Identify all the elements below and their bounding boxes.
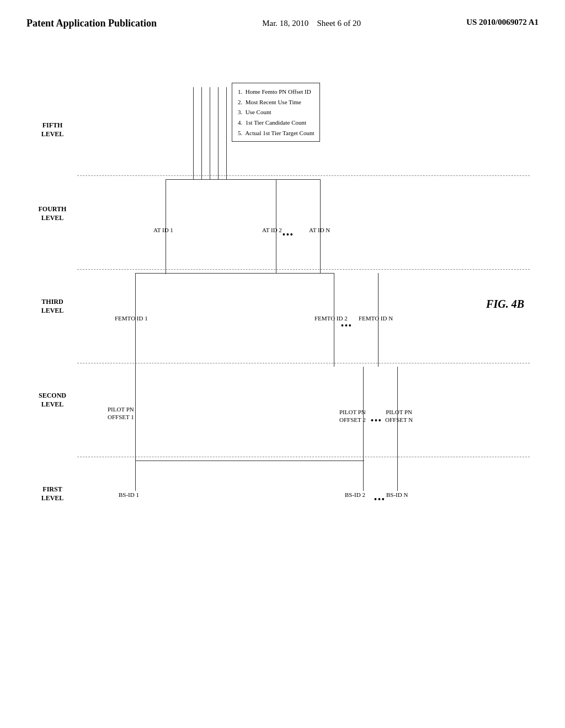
bs-id-n-vline [397, 461, 398, 491]
at-id-2-vline [276, 179, 276, 273]
bs-id-n-label: BS-ID N [386, 491, 408, 499]
at-id-1-label: AT ID 1 [153, 226, 173, 234]
label-fourth-level: FOURTHLEVEL [33, 205, 72, 222]
field-line-5 [226, 87, 227, 180]
sheet-info: Mar. 18, 2010 Sheet 6 of 20 [262, 18, 361, 29]
hline-3-2 [77, 363, 530, 363]
pilot-pn-n-vline [397, 367, 398, 461]
at-dots: ••• [282, 231, 294, 239]
femto-id-n-label: FEMTO ID N [359, 314, 393, 322]
legend-item-2: 2. Most Recent Use Time [238, 97, 314, 108]
page-header: Patent Application Publication Mar. 18, … [0, 0, 565, 29]
bs-id-1-label: BS-ID 1 [119, 491, 139, 499]
pilot-pn-dots: ••• [371, 416, 382, 425]
femto-h-connect [135, 273, 334, 274]
label-fifth-level: FIFTHLEVEL [33, 121, 72, 138]
field-line-4 [218, 87, 218, 180]
legend-item-3: 3. Use Count [238, 107, 314, 117]
pilot-pn-2-label: PILOT PNOFFSET 2 [339, 408, 366, 424]
diagram-area: FIFTHLEVEL FOURTHLEVEL THIRDLEVEL SECOND… [33, 77, 530, 629]
fig-label: FIG. 4B [486, 298, 524, 311]
at-id-n-vline [320, 179, 321, 273]
at-to-femto-vline [166, 179, 166, 274]
femto-dots: ••• [341, 322, 353, 330]
pilot-pn-n-label: PILOT PNOFFSET N [385, 408, 413, 424]
pilot-pn-2-vline [363, 367, 364, 461]
hline-4-3 [77, 269, 530, 270]
legend-item-5: 5. Actual 1st Tier Target Count [238, 128, 314, 138]
bs-id-1-vline [135, 461, 136, 491]
hline-5-4 [77, 175, 530, 176]
field-line-2 [201, 87, 202, 180]
field-line-3 [210, 87, 210, 180]
label-first-level: FIRSTLEVEL [33, 485, 72, 502]
fields-h-connect [166, 179, 229, 180]
femto-id-1-label: FEMTO ID 1 [115, 314, 148, 322]
femto-id-n-vline [378, 273, 379, 367]
pilot-pn-1-vline [135, 367, 136, 461]
femto-id-2-vline [334, 273, 334, 367]
hline-2-1 [77, 457, 530, 457]
pilot-pn-1-label: PILOT PNOFFSET 1 [108, 405, 134, 421]
publication-title: Patent Application Publication [26, 18, 157, 29]
patent-number: US 2010/0069072 A1 [466, 18, 539, 27]
label-second-level: SECONDLEVEL [33, 392, 72, 409]
legend-box: 1. Home Femto PN Offset ID 2. Most Recen… [232, 83, 320, 142]
bs-dots: ••• [374, 495, 386, 504]
femto-id-1-vline [135, 273, 136, 367]
at-id-2-label: AT ID 2 [262, 226, 282, 234]
bs-h-connect [135, 461, 364, 461]
legend-item-4: 4. 1st Tier Candidate Count [238, 117, 314, 128]
bs-id-2-vline [363, 461, 364, 491]
bs-id-2-label: BS-ID 2 [345, 491, 365, 499]
legend-item-1: 1. Home Femto PN Offset ID [238, 87, 314, 97]
field-line-1 [193, 87, 194, 180]
label-third-level: THIRDLEVEL [33, 298, 72, 315]
